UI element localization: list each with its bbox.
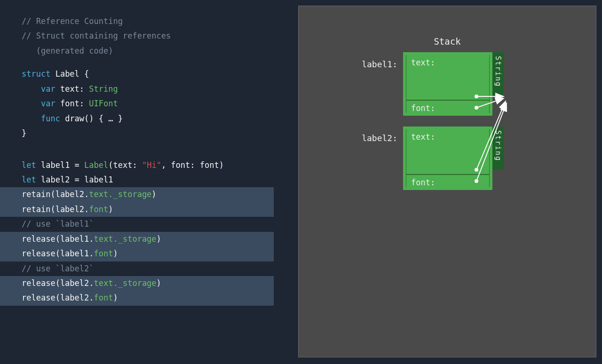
code-line-highlighted: release(label1.text._storage)	[0, 232, 274, 246]
code-line: struct Label {	[22, 67, 292, 81]
stack-box-label1: text: font:	[403, 52, 492, 116]
code-line: }	[22, 126, 292, 141]
code-line-highlighted: release(label2.text._storage)	[0, 276, 274, 291]
code-line: // use `label1`	[22, 217, 292, 231]
string-heap-tag-1: String	[492, 52, 504, 95]
stack-title: Stack	[299, 36, 596, 47]
diagram-panel: Stack label1: label2: text: font: text: …	[298, 6, 596, 357]
code-line: let label1 = Label(text: "Hi", font: fon…	[22, 158, 292, 173]
stack-label-2: label2:	[355, 133, 397, 143]
field-text: text:	[406, 129, 490, 174]
code-line: let label2 = label1	[22, 173, 292, 187]
stack-box-label2: text: font:	[403, 127, 492, 190]
code-line: var font: UIFont	[22, 96, 292, 111]
code-line: (generated code)	[22, 44, 292, 58]
code-line-highlighted: release(label1.font)	[0, 246, 274, 261]
code-line: // Reference Counting	[22, 14, 292, 29]
code-line: var text: String	[22, 82, 292, 96]
code-line: // Struct containing references	[22, 29, 292, 43]
field-font: font:	[406, 174, 490, 187]
code-line-highlighted: retain(label2.text._storage)	[0, 187, 274, 202]
stack-label-1: label1:	[355, 59, 397, 69]
string-heap-tag-2: String	[492, 127, 504, 170]
field-text: text:	[406, 55, 490, 100]
code-line-highlighted: retain(label2.font)	[0, 202, 274, 217]
code-line: func draw() { … }	[22, 111, 292, 126]
field-font: font:	[406, 100, 490, 113]
code-panel: // Reference Counting // Struct containi…	[0, 0, 292, 320]
code-line-highlighted: release(label2.font)	[0, 291, 274, 305]
code-line: // use `label2`	[22, 261, 292, 276]
